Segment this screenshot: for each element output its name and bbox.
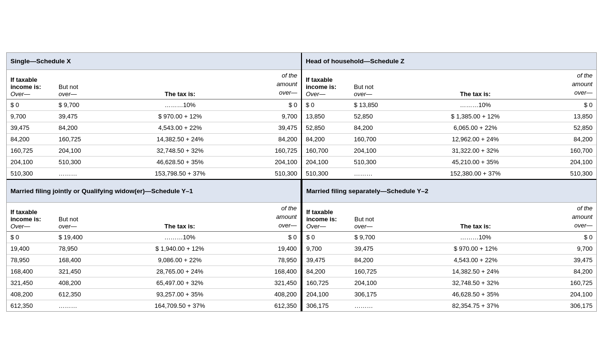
thetax-value: 12,962.00 + 24%	[400, 133, 551, 145]
table-row: $ 0$ 9,700………10%$ 0	[302, 232, 596, 243]
ofamount-value: 9,700	[256, 110, 301, 122]
thetax-value: 164,709.50 + 37%	[104, 300, 255, 312]
table-row: 612,350………164,709.50 + 37%612,350	[7, 300, 301, 312]
ofamount-value: 160,725	[256, 145, 301, 156]
thetax-value: ………10%	[400, 232, 551, 243]
schedule-y2-table: $ 0$ 9,700………10%$ 09,70039,475$ 970.00 +…	[302, 232, 596, 311]
y2-ofamount-label3: over—	[574, 221, 593, 230]
over-value: 84,200	[302, 133, 352, 145]
thetax-value: ………10%	[400, 99, 551, 111]
butnot-value: 160,700	[352, 133, 400, 145]
schedule-z-butnot-header: But not over—	[352, 71, 400, 98]
butnot-value: 39,475	[57, 110, 104, 122]
ofamount-value: 204,100	[551, 289, 596, 300]
thetax-value: 28,765.00 + 24%	[104, 266, 255, 277]
income-label2: income is:	[10, 83, 57, 90]
ofamount-label2: amount	[277, 80, 297, 89]
over-value: 84,200	[7, 133, 57, 145]
schedule-z-table: $ 0$ 13,850………10%$ 013,85052,850$ 1,385.…	[302, 99, 596, 179]
table-row: 78,950168,4009,086.00 + 22%78,950	[7, 255, 301, 266]
ofamount-label3: over—	[279, 89, 297, 97]
thetax-value: $ 970.00 + 12%	[104, 110, 256, 122]
butnot-value: 39,475	[352, 243, 400, 255]
table-row: 204,100510,30046,628.50 + 35%204,100	[7, 156, 301, 167]
over-value: 39,475	[302, 255, 352, 266]
butnot-value: 84,200	[57, 122, 104, 133]
over-value: 9,700	[302, 243, 352, 255]
butnot-value: 408,200	[57, 277, 104, 289]
over-value: 408,200	[7, 289, 57, 300]
butnot-value: 160,725	[57, 133, 104, 145]
over-value: 160,700	[302, 145, 352, 156]
thetax-value: 32,748.50 + 32%	[104, 145, 256, 156]
over-value: 204,100	[7, 156, 57, 167]
ofamount-value: $ 0	[551, 99, 596, 111]
y1-ofamount-label3: over—	[279, 221, 297, 230]
y1-income-label2: income is:	[10, 216, 57, 223]
z-ofamount-label1: of the	[577, 71, 593, 80]
thetax-value: 14,382.50 + 24%	[400, 266, 551, 277]
ofamount-value: $ 0	[551, 232, 596, 243]
table-row: 160,700204,10031,322.00 + 32%160,700	[302, 145, 596, 156]
butnot-value: 321,450	[57, 266, 104, 277]
table-row: 306,175………82,354.75 + 37%306,175	[302, 300, 596, 312]
ofamount-value: 84,200	[551, 266, 596, 277]
butnot-value: 306,175	[352, 289, 400, 300]
income-label3: Over—	[10, 90, 57, 98]
schedule-y2-ofamount-header: of the amount over—	[551, 204, 596, 230]
y1-income-label1: If taxable	[10, 208, 57, 216]
table-row: 204,100306,17546,628.50 + 35%204,100	[302, 289, 596, 300]
thetax-value: 65,497.00 + 32%	[104, 277, 255, 289]
ofamount-value: 160,725	[551, 277, 596, 289]
thetax-value: 31,322.00 + 32%	[400, 145, 551, 156]
ofamount-value: $ 0	[256, 99, 301, 111]
schedule-x-butnot-header: But not over—	[57, 71, 104, 98]
thetax-value: 46,628.50 + 35%	[104, 156, 256, 167]
table-row: 408,200612,35093,257.00 + 35%408,200	[7, 289, 301, 300]
z-income-label2: income is:	[306, 83, 352, 90]
ofamount-value: 52,850	[551, 122, 596, 133]
over-value: $ 0	[7, 232, 57, 243]
ofamount-value: 39,475	[551, 255, 596, 266]
butnot-value: 84,200	[352, 122, 400, 133]
schedule-z-thetax-header: The tax is:	[400, 71, 551, 98]
table-row: $ 0$ 19,400………10%$ 0	[7, 232, 301, 243]
y1-ofamount-label1: of the	[281, 204, 297, 213]
table-row: 19,40078,950$ 1,940.00 + 12%19,400	[7, 243, 301, 255]
y2-butnot-label2: over—	[354, 223, 400, 230]
table-row: 84,200160,70012,962.00 + 24%84,200	[302, 133, 596, 145]
over-value: 78,950	[7, 255, 57, 266]
butnot-value: $ 9,700	[352, 232, 400, 243]
table-row: 13,85052,850$ 1,385.00 + 12%13,850	[302, 110, 596, 122]
table-row: $ 0$ 13,850………10%$ 0	[302, 99, 596, 111]
thetax-value: 9,086.00 + 22%	[104, 255, 255, 266]
schedule-y1-ofamount-header: of the amount over—	[255, 204, 301, 230]
thetax-value: $ 1,940.00 + 12%	[104, 243, 255, 255]
z-income-label1: If taxable	[306, 76, 352, 83]
table-row: 321,450408,20065,497.00 + 32%321,450	[7, 277, 301, 289]
over-value: 13,850	[302, 110, 352, 122]
schedule-y2-quadrant: Married filing separately—Schedule Y–2 I…	[302, 180, 596, 312]
ofamount-value: 84,200	[551, 133, 596, 145]
butnot-value: $ 9,700	[57, 99, 104, 111]
butnot-value: ………	[57, 167, 104, 179]
schedule-y1-table: $ 0$ 19,400………10%$ 019,40078,950$ 1,940.…	[7, 232, 301, 311]
butnot-value: 204,100	[352, 145, 400, 156]
schedule-z-ofamount-header: of the amount over—	[551, 71, 596, 98]
ofamount-value: 39,475	[256, 122, 301, 133]
table-row: 168,400321,45028,765.00 + 24%168,400	[7, 266, 301, 277]
over-value: $ 0	[302, 232, 352, 243]
schedule-y2-title: Married filing separately—Schedule Y–2	[302, 180, 596, 203]
thetax-value: 4,543.00 + 22%	[104, 122, 256, 133]
schedule-y2-thetax-header: The tax is:	[400, 204, 551, 230]
y2-income-label3: Over—	[306, 223, 352, 230]
table-row: 204,100510,30045,210.00 + 35%204,100	[302, 156, 596, 167]
schedule-y2-headers: If taxable income is: Over— But not over…	[302, 203, 596, 232]
ofamount-value: 204,100	[551, 156, 596, 167]
y1-butnot-label1: But not	[59, 216, 104, 223]
schedule-x-headers: If taxable income is: Over— But not over…	[7, 70, 301, 99]
table-row: 510,300………152,380.00 + 37%510,300	[302, 167, 596, 179]
schedule-y2-butnot-header: But not over—	[352, 204, 400, 230]
table-row: 9,70039,475$ 970.00 + 12%9,700	[302, 243, 596, 255]
over-value: 510,300	[302, 167, 352, 179]
